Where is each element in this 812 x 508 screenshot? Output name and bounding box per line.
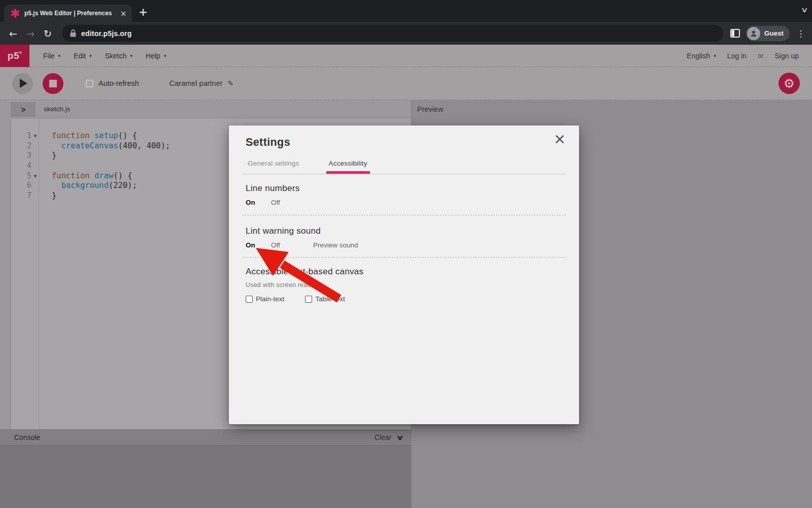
side-panel-icon[interactable] [730, 29, 740, 38]
project-name[interactable]: Caramel partner [170, 79, 223, 87]
profile-name: Guest [764, 29, 784, 37]
line-number: 6 [11, 181, 31, 191]
line-number: 4 [11, 161, 31, 171]
console-clear-button[interactable]: Clear [375, 433, 391, 441]
browser-tab-title: p5.js Web Editor | Preferences [24, 10, 117, 17]
console-collapse-icon[interactable]: ∨ [396, 434, 404, 441]
console-body [0, 445, 411, 508]
new-tab-button[interactable]: + [136, 5, 150, 19]
section-lint-sound: Lint warning sound On Off Preview sound [246, 226, 566, 249]
line-number: 1 [11, 131, 31, 141]
menubar-right: English ▾ Log in or Sign up [687, 52, 812, 60]
menu-help[interactable]: Help ▾ [139, 52, 173, 60]
back-icon[interactable]: ← [6, 28, 20, 39]
browser-tab-strip: p5.js Web Editor | Preferences × + ∨ [0, 0, 812, 22]
close-icon[interactable]: × [554, 132, 566, 146]
autorefresh-checkbox[interactable] [86, 80, 93, 87]
section-heading: Accessible text-based canvas [246, 267, 566, 277]
caret-down-icon: ▾ [714, 53, 716, 58]
section-divider [242, 257, 566, 258]
section-heading: Lint warning sound [246, 226, 566, 236]
language-selector[interactable]: English ▾ [687, 52, 716, 60]
gear-icon: ⚙ [784, 77, 795, 90]
lint-sound-off-option[interactable]: Off [271, 241, 313, 249]
menu-list: File ▾ Edit ▾ Sketch ▾ Help ▾ [37, 52, 173, 60]
tab-close-icon[interactable]: × [120, 9, 127, 18]
autorefresh-label: Auto-refresh [98, 79, 139, 87]
stop-icon [49, 80, 57, 87]
line-number: 5 [11, 171, 31, 181]
profile-chip[interactable]: Guest [746, 26, 790, 41]
line-number: 3 [11, 151, 31, 161]
menu-file[interactable]: File ▾ [37, 52, 67, 60]
browser-tab[interactable]: p5.js Web Editor | Preferences × [4, 5, 132, 22]
settings-button[interactable]: ⚙ [779, 73, 800, 94]
sidebar-expand-button[interactable]: > [11, 102, 36, 117]
console-header: Console Clear ∨ [0, 429, 411, 445]
tab-general-settings[interactable]: General settings [248, 160, 299, 167]
preview-sound-button[interactable]: Preview sound [313, 241, 358, 249]
edit-name-icon[interactable]: ✎ [228, 79, 234, 87]
tab-accessibility[interactable]: Accessibility [329, 160, 367, 167]
editor-menubar: p5* File ▾ Edit ▾ Sketch ▾ Help ▾ Englis… [0, 45, 812, 67]
plain-text-option: Plain-text [246, 295, 284, 303]
file-tab-sketchjs[interactable]: sketch.js [44, 105, 71, 113]
caret-down-icon: ▾ [58, 53, 61, 58]
sidebar-strip [0, 100, 11, 429]
section-line-numbers: Line numbers On Off [246, 183, 566, 206]
lint-sound-on-option[interactable]: On [246, 241, 271, 249]
chevron-right-icon: > [21, 105, 26, 114]
preview-label: Preview [417, 105, 444, 113]
fold-icon[interactable]: ▾ [31, 131, 39, 141]
settings-modal: Settings × General settings Accessibilit… [229, 125, 579, 424]
menu-sketch[interactable]: Sketch ▾ [98, 52, 139, 60]
table-text-checkbox[interactable] [305, 296, 312, 303]
play-icon [20, 79, 27, 88]
person-icon [750, 29, 758, 38]
section-accessible-canvas: Accessible text-based canvas Used with s… [246, 267, 566, 303]
signup-link[interactable]: Sign up [775, 52, 799, 60]
fold-icon[interactable]: ▾ [31, 171, 39, 181]
section-divider [242, 215, 566, 215]
tab-search-chevron-icon[interactable]: ∨ [800, 6, 808, 14]
stop-button[interactable] [43, 73, 63, 94]
section-subtext: Used with screen reader [246, 281, 566, 289]
section-heading: Line numbers [246, 183, 566, 194]
caret-down-icon: ▾ [89, 53, 92, 58]
file-tab-bar: > sketch.js [11, 100, 411, 118]
menu-edit[interactable]: Edit ▾ [67, 52, 98, 60]
avatar [747, 27, 760, 40]
line-number: 2 [11, 141, 31, 151]
reload-icon[interactable]: ↻ [41, 28, 55, 39]
plain-text-checkbox[interactable] [246, 296, 253, 303]
line-numbers-off-option[interactable]: Off [271, 199, 280, 206]
console-title: Console [14, 433, 40, 441]
login-link[interactable]: Log in [727, 52, 747, 60]
table-text-option: Table-text [305, 295, 345, 303]
autorefresh-control: Auto-refresh [86, 79, 139, 87]
forward-icon[interactable]: → [23, 28, 38, 39]
browser-menu-icon[interactable]: ⋮ [796, 28, 806, 39]
lock-icon [70, 29, 76, 37]
p5js-favicon-icon [11, 9, 20, 18]
play-button[interactable] [12, 73, 33, 94]
caret-down-icon: ▾ [164, 53, 166, 58]
address-bar[interactable]: editor.p5js.org [62, 25, 723, 42]
caret-down-icon: ▾ [130, 53, 133, 58]
url-text: editor.p5js.org [81, 29, 131, 38]
p5-logo[interactable]: p5* [0, 45, 29, 67]
or-text: or [758, 52, 764, 59]
settings-tabs: General settings Accessibility [242, 160, 566, 174]
line-number: 7 [11, 191, 31, 201]
modal-title: Settings [246, 136, 566, 149]
line-numbers-on-option[interactable]: On [246, 199, 271, 206]
browser-navbar: ← → ↻ editor.p5js.org Guest ⋮ [0, 22, 812, 45]
sketch-toolbar: Auto-refresh Caramel partner ✎ ⚙ [0, 67, 812, 100]
